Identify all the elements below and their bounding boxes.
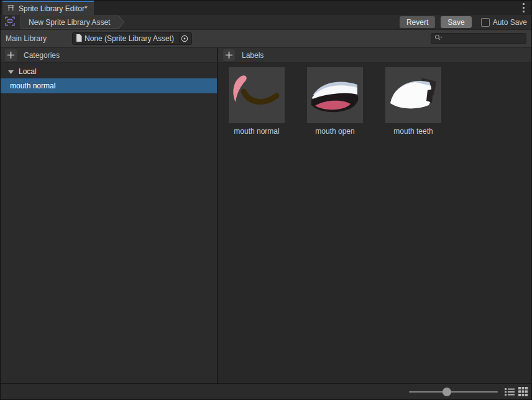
view-mode-buttons [505,387,528,398]
zoom-slider-knob[interactable] [443,388,451,396]
categories-header: Categories [1,48,218,62]
tab-strip: Sprite Library Editor* [1,1,531,15]
save-button[interactable]: Save [441,16,471,28]
sprite-library-editor-icon [7,4,15,14]
panel-headers: Categories Labels [1,47,531,63]
labels-panel: mouth normal mouth open [218,63,531,383]
grid-view-icon[interactable] [518,387,528,398]
search-input[interactable] [445,34,532,43]
triangle-down-icon [8,67,14,76]
toolbar-right: Revert Save Auto Save [400,16,527,28]
search-icon [434,34,443,43]
auto-save-label: Auto Save [493,18,527,27]
add-category-button[interactable] [5,49,17,61]
auto-save-checkbox[interactable] [481,18,490,27]
local-foldout[interactable]: Local [1,65,217,78]
sprite-thumbnail-mouth-open [307,67,363,123]
toolbar: New Sprite Library Asset Revert Save Aut… [1,15,531,30]
local-foldout-label: Local [19,67,37,76]
object-picker-icon[interactable] [179,34,190,44]
category-item-mouth-normal[interactable]: mouth normal [1,78,217,93]
sprite-library-editor-window: Sprite Library Editor* New Sprite Librar… [0,0,532,400]
search-field[interactable] [431,33,526,44]
content: Local mouth normal mouth normal [1,63,531,383]
label-item-mouth-open[interactable]: mouth open [307,67,363,136]
categories-header-label: Categories [24,51,60,60]
breadcrumb-label: New Sprite Library Asset [29,18,110,27]
breadcrumb[interactable]: New Sprite Library Asset [21,16,124,29]
sprite-label: mouth normal [234,127,279,136]
bottom-bar [1,383,531,399]
document-icon [76,34,82,44]
list-view-icon[interactable] [505,388,515,398]
sprite-label: mouth teeth [393,127,433,136]
category-item-label: mouth normal [10,81,55,90]
label-item-mouth-normal[interactable]: mouth normal [229,67,285,136]
labels-header-label: Labels [242,51,264,60]
object-field-value: None (Sprite Library Asset) [85,34,177,43]
sprite-thumbnail-mouth-teeth [385,67,441,123]
sprite-asset-icon [5,16,15,28]
kebab-menu-icon[interactable] [520,1,527,15]
label-item-mouth-teeth[interactable]: mouth teeth [385,67,441,136]
categories-panel: Local mouth normal [1,63,218,383]
kebab-dots [523,2,525,14]
main-library-label: Main Library [6,34,72,43]
add-label-button[interactable] [223,49,235,61]
tab-sprite-library-editor[interactable]: Sprite Library Editor* [2,1,94,15]
main-library-row: Main Library None (Sprite Library Asset) [1,30,531,47]
labels-header: Labels [218,48,531,62]
revert-button[interactable]: Revert [400,16,435,28]
sprite-label: mouth open [315,127,354,136]
sprite-thumbnail-mouth-normal [229,67,285,123]
main-library-object-field[interactable]: None (Sprite Library Asset) [72,32,192,45]
tab-title: Sprite Library Editor* [19,4,88,13]
zoom-slider[interactable] [409,391,498,393]
